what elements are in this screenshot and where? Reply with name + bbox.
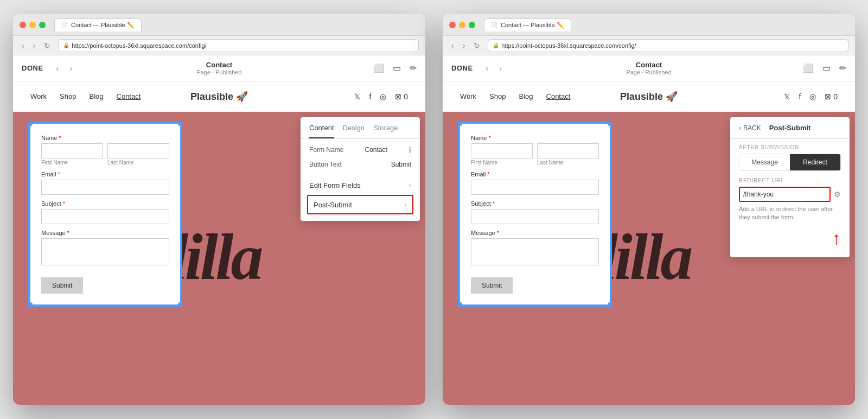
right-close-button[interactable] (449, 22, 456, 28)
right-message-field-wrap: Message * (471, 230, 599, 268)
right-first-name-field: First Name (471, 143, 533, 166)
right-back-nav-button[interactable]: ‹ (449, 40, 456, 51)
right-contact-form[interactable]: Name * First Name Last Name Email * (459, 123, 611, 306)
right-email-label: Email * (471, 171, 599, 177)
twitter-icon[interactable]: 𝕏 (354, 92, 360, 101)
right-first-name-input[interactable] (471, 143, 533, 158)
right-handle-bl[interactable] (458, 302, 462, 307)
last-name-input[interactable] (107, 143, 169, 158)
first-name-field: First Name (41, 143, 103, 166)
subject-input[interactable] (41, 209, 169, 224)
cms-forward-button[interactable]: › (67, 63, 74, 74)
submit-button[interactable]: Submit (41, 277, 83, 294)
close-button[interactable] (20, 22, 26, 28)
nav-shop[interactable]: Shop (60, 92, 76, 100)
red-up-arrow-icon: ↑ (832, 228, 841, 249)
browser-tab[interactable]: 📄 Contact — Plausible.✏️ (54, 18, 142, 31)
last-name-field: Last Name (107, 143, 169, 166)
tab-storage[interactable]: Storage (373, 117, 398, 138)
right-done-button[interactable]: DONE (451, 64, 473, 72)
right-forward-nav-button[interactable]: › (461, 40, 468, 51)
url-bar[interactable]: 🔒 https://point-octopus-36xl.squarespace… (58, 39, 419, 52)
handle-tr[interactable] (178, 122, 182, 126)
message-toggle-button[interactable]: Message (739, 154, 790, 170)
message-textarea[interactable] (41, 238, 169, 265)
right-handle-br[interactable] (608, 302, 612, 307)
right-site-hero: Jadilla Name * First Name Last Name (443, 112, 855, 405)
minimize-button[interactable] (29, 22, 36, 28)
right-nav-shop[interactable]: Shop (489, 92, 506, 100)
first-name-input[interactable] (41, 143, 103, 158)
handle-tl[interactable] (28, 122, 33, 126)
maximize-button[interactable] (39, 22, 46, 28)
right-desktop-icon[interactable]: ⬜ (803, 63, 814, 73)
right-edit-icon[interactable]: ✏ (839, 63, 846, 73)
nav-buttons: ‹ › ↻ (20, 40, 53, 51)
post-submit-row[interactable]: Post-Submit › (307, 195, 413, 214)
right-name-row: First Name Last Name (471, 143, 599, 166)
right-message-label: Message * (471, 230, 599, 236)
right-message-textarea[interactable] (471, 238, 599, 265)
nav-work[interactable]: Work (30, 92, 47, 100)
right-subject-input[interactable] (471, 209, 599, 224)
nav-blog[interactable]: Blog (89, 92, 103, 100)
edit-form-fields-arrow: › (409, 181, 411, 189)
right-handle-tr[interactable] (608, 122, 612, 126)
right-maximize-button[interactable] (469, 22, 475, 28)
right-reload-button[interactable]: ↻ (471, 40, 482, 51)
right-cms-nav-buttons: ‹ › (484, 63, 504, 74)
right-submit-button[interactable]: Submit (471, 277, 513, 294)
back-button[interactable]: ‹ BACK (739, 124, 761, 132)
right-cms-back-button[interactable]: ‹ (484, 63, 491, 74)
right-cart-icon[interactable]: ⊠ 0 (825, 92, 838, 101)
right-mobile-icon[interactable]: ▭ (822, 63, 831, 73)
email-input[interactable] (41, 180, 169, 195)
cms-toolbar-right: ⬜ ▭ ✏ (373, 63, 417, 73)
handle-br[interactable] (178, 302, 182, 307)
cms-back-button[interactable]: ‹ (54, 63, 61, 74)
facebook-icon[interactable]: f (369, 92, 371, 101)
right-site-content: Work Shop Blog Contact Plausible 🚀 𝕏 f ◎… (443, 81, 855, 405)
contact-form[interactable]: Name * First Name Last Name Email * (29, 123, 181, 306)
done-button[interactable]: DONE (22, 64, 43, 72)
right-nav-blog[interactable]: Blog (519, 92, 533, 100)
right-email-input[interactable] (471, 180, 599, 195)
right-last-name-label: Last Name (537, 160, 599, 166)
right-last-name-input[interactable] (537, 143, 599, 158)
right-cms-toolbar: DONE ‹ › Contact Page · Published ⬜ ▭ ✏ (443, 55, 855, 81)
edit-icon[interactable]: ✏ (410, 63, 417, 73)
site-logo: Plausible 🚀 (190, 91, 248, 103)
handle-bl[interactable] (28, 302, 33, 307)
right-subject-field-wrap: Subject * (471, 200, 599, 224)
back-nav-button[interactable]: ‹ (20, 40, 27, 51)
right-cms-forward-button[interactable]: › (497, 63, 504, 74)
left-site-content: Work Shop Blog Contact Plausible 🚀 𝕏 f ◎… (13, 81, 425, 405)
tab-design[interactable]: Design (343, 117, 365, 138)
right-nav-contact[interactable]: Contact (546, 92, 571, 100)
redirect-url-input[interactable] (739, 187, 831, 202)
cms-toolbar-center: Contact Page · Published (196, 61, 241, 75)
right-browser-tab[interactable]: 📄 Contact — Plausible.✏️ (484, 18, 571, 31)
right-title-bar: 📄 Contact — Plausible.✏️ (443, 14, 855, 36)
instagram-icon[interactable]: ◎ (380, 92, 386, 101)
right-minimize-button[interactable] (459, 22, 465, 28)
right-cms-page-subtitle: Page · Published (626, 69, 671, 75)
right-url-text: https://point-octopus-36xl.squarespace.c… (501, 42, 636, 49)
nav-contact[interactable]: Contact (117, 92, 141, 100)
cart-icon[interactable]: ⊠ 0 (395, 92, 408, 101)
right-url-bar[interactable]: 🔒 https://point-octopus-36xl.squarespace… (488, 39, 848, 52)
right-instagram-icon[interactable]: ◎ (809, 92, 816, 101)
reload-button[interactable]: ↻ (42, 40, 53, 51)
gear-icon[interactable]: ⚙ (834, 190, 841, 199)
tab-content[interactable]: Content (309, 117, 334, 138)
right-facebook-icon[interactable]: f (799, 92, 801, 101)
mobile-icon[interactable]: ▭ (393, 63, 401, 73)
edit-form-fields-row[interactable]: Edit Form Fields › (309, 175, 411, 195)
forward-nav-button[interactable]: › (31, 40, 38, 51)
right-nav-work[interactable]: Work (460, 92, 476, 100)
desktop-icon[interactable]: ⬜ (373, 63, 384, 73)
right-first-name-label: First Name (471, 160, 533, 166)
right-twitter-icon[interactable]: 𝕏 (784, 92, 790, 101)
redirect-toggle-button[interactable]: Redirect (790, 154, 840, 170)
right-handle-tl[interactable] (458, 122, 462, 126)
